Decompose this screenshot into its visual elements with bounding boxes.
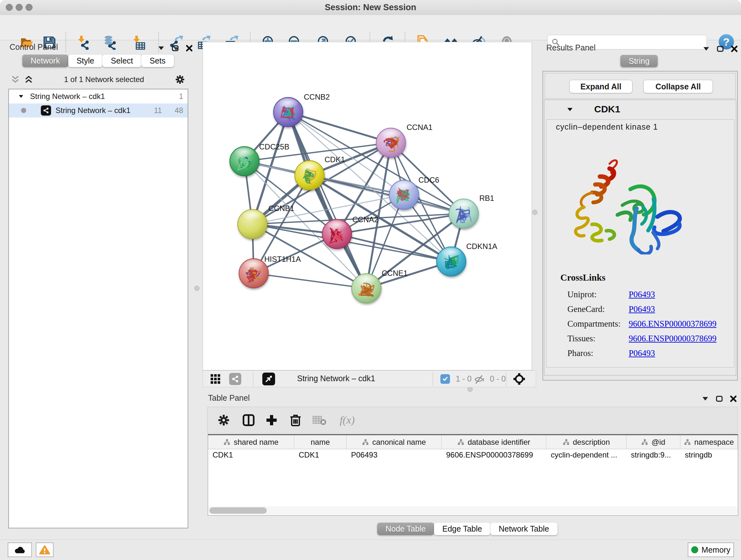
node-CDKN1A[interactable]: [436, 247, 466, 276]
panel-menu-icon[interactable]: [702, 45, 711, 53]
node-CCNB1[interactable]: [238, 209, 267, 239]
show-columns-icon[interactable]: [240, 412, 257, 429]
crosslink-link[interactable]: P06493: [629, 290, 655, 300]
show-grid-icon[interactable]: [209, 373, 222, 385]
delete-column-trash-icon[interactable]: [287, 412, 304, 429]
string-results-box: Expand All Collapse All CDK1 cyclin–depe…: [542, 71, 738, 381]
network-row[interactable]: String Network – cdk1 11 48: [9, 104, 188, 118]
column-header-shared-name[interactable]: shared name: [208, 435, 294, 449]
network-list-toolbar: 1 of 1 Network selected: [8, 72, 188, 87]
crosslink-link[interactable]: P06493: [629, 304, 655, 314]
column-header-label: canonical name: [372, 438, 426, 447]
crosslink-row: Tissues:9606.ENSP00000378699: [567, 331, 728, 346]
table-cell[interactable]: CDK1: [294, 449, 347, 462]
network-share-icon[interactable]: [228, 373, 242, 385]
node-CDC6[interactable]: [389, 180, 419, 209]
entry-expander-icon[interactable]: [566, 106, 574, 113]
tab-select[interactable]: Select: [103, 55, 141, 67]
node-CCNA2[interactable]: [322, 219, 352, 249]
warning-status-button[interactable]: [36, 543, 54, 557]
crosslink-label: Uniprot:: [567, 290, 629, 300]
table-cell[interactable]: stringdb: [680, 449, 738, 462]
table-panel-title: Table Panel: [208, 393, 250, 402]
node-CDC25B[interactable]: [230, 146, 259, 176]
tab-string[interactable]: String: [620, 55, 658, 67]
close-panel-icon[interactable]: [729, 395, 738, 403]
add-column-icon[interactable]: [263, 412, 280, 429]
memory-button[interactable]: Memory: [688, 543, 734, 557]
node-label-CDC25B: CDC25B: [259, 142, 289, 151]
network-canvas[interactable]: CCNB2CCNA1CDC25BCDK1CDC6RB1CCNB1CCNA2CDK…: [203, 42, 532, 370]
birds-eye-view-icon[interactable]: [262, 373, 275, 385]
node-RB1[interactable]: [449, 199, 478, 228]
column-header-namespace[interactable]: namespace: [680, 435, 738, 449]
shared-column-icon: [684, 439, 691, 446]
node-entry-header[interactable]: CDK1: [544, 100, 736, 119]
table-cell[interactable]: cyclin-dependent ...: [546, 449, 626, 462]
close-panel-icon[interactable]: [185, 44, 193, 52]
node-entry-panel: CDK1 cyclin–dependent kinase 1: [544, 100, 736, 375]
selected-checkbox-icon[interactable]: [439, 373, 452, 385]
collapse-all-networks-icon[interactable]: [11, 75, 20, 84]
collapse-all-button[interactable]: Collapse All: [643, 80, 713, 93]
collection-label: String Network – cdk1: [30, 92, 179, 101]
expand-all-button[interactable]: Expand All: [569, 80, 632, 93]
entry-gene-name: CDK1: [594, 104, 620, 115]
float-panel-icon[interactable]: [715, 395, 724, 403]
shared-column-icon: [457, 439, 464, 446]
tab-sets[interactable]: Sets: [141, 55, 174, 67]
hscrollbar-thumb[interactable]: [209, 507, 267, 514]
column-header-@id[interactable]: @id: [626, 435, 680, 449]
expand-all-networks-icon[interactable]: [24, 75, 33, 84]
column-header-name[interactable]: name: [294, 435, 347, 449]
close-panel-icon[interactable]: [730, 45, 738, 53]
node-label-CCNA2: CCNA2: [352, 215, 378, 224]
delete-table-icon: [311, 412, 328, 429]
tab-style[interactable]: Style: [68, 55, 103, 67]
right-splitter-handle[interactable]: [532, 210, 537, 215]
node-label-CDKN1A: CDKN1A: [466, 242, 497, 251]
float-panel-icon[interactable]: [716, 45, 724, 53]
table-header-row: shared namenamecanonical namedatabase id…: [208, 435, 738, 449]
node-CCNB2[interactable]: [273, 98, 303, 127]
crosslink-link[interactable]: 9606.ENSP00000378699: [629, 334, 717, 344]
column-header-label: shared name: [233, 438, 278, 447]
node-CCNE1[interactable]: [352, 273, 381, 303]
crosslink-link[interactable]: 9606.ENSP00000378699: [629, 319, 717, 329]
hidden-eye-icon[interactable]: [473, 373, 486, 385]
node-CDK1[interactable]: [295, 161, 324, 190]
table-settings-gear-icon[interactable]: [215, 412, 232, 429]
tab-network-table[interactable]: Network Table: [490, 523, 557, 535]
network-current-dot-icon: [21, 108, 26, 113]
table-cell[interactable]: P06493: [347, 449, 442, 462]
fit-content-crosshair-icon[interactable]: [513, 373, 526, 385]
column-header-canonical-name[interactable]: canonical name: [347, 435, 442, 449]
panel-menu-icon[interactable]: [157, 44, 165, 52]
entry-details: cyclin–dependent kinase 1: [546, 119, 734, 368]
edge-CCNB2-CCNA1[interactable]: [288, 112, 391, 143]
netnav-separator: [506, 372, 507, 386]
panel-menu-icon[interactable]: [701, 395, 710, 403]
crosslink-label: Tissues:: [567, 334, 629, 344]
status-bar: Memory: [0, 540, 741, 560]
tab-network[interactable]: Network: [22, 55, 68, 67]
table-hscrollbar: [209, 506, 737, 515]
column-header-database-identifier[interactable]: database identifier: [442, 435, 546, 449]
float-panel-icon[interactable]: [171, 44, 179, 52]
tab-node-table[interactable]: Node Table: [377, 523, 434, 535]
table-cell[interactable]: stringdb:9...: [626, 449, 680, 462]
table-cell[interactable]: 9606.ENSP00000378699: [442, 449, 546, 462]
tab-edge-table[interactable]: Edge Table: [434, 523, 490, 535]
left-splitter-handle[interactable]: [194, 286, 199, 291]
node-CCNA1[interactable]: [376, 128, 406, 158]
network-collection-row[interactable]: String Network – cdk1 1: [9, 89, 188, 104]
column-header-description[interactable]: description: [546, 435, 626, 449]
network-graph: CCNB2CCNA1CDC25BCDK1CDC6RB1CCNB1CCNA2CDK…: [203, 42, 532, 370]
crosslink-link[interactable]: P06493: [629, 348, 655, 358]
network-options-gear-icon[interactable]: [175, 74, 185, 84]
table-cell[interactable]: CDK1: [208, 449, 294, 462]
collection-expander-icon[interactable]: [18, 93, 24, 100]
cloud-status-button[interactable]: [8, 543, 32, 557]
crosslink-label: GeneCard:: [567, 304, 629, 314]
edge-HIST1H1A-CCNE1[interactable]: [254, 273, 366, 288]
